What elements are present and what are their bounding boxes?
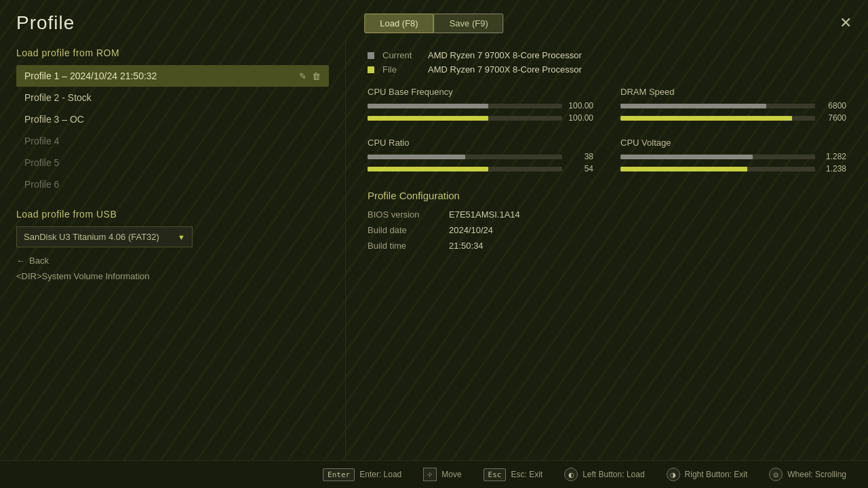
save-button[interactable]: Save (F9) — [434, 14, 504, 33]
config-time-row: Build time 21:50:34 — [368, 241, 846, 251]
header-buttons: Load (F8) Save (F9) — [364, 14, 503, 33]
left-btn-label: Left Button: Load — [583, 470, 644, 479]
profile-1-edit-icon[interactable]: ✎ — [299, 71, 307, 81]
right-btn-label: Right Button: Exit — [685, 470, 748, 479]
cpu-base-freq-yellow-track — [368, 116, 562, 121]
cpu-ratio-label: CPU Ratio — [368, 138, 593, 148]
dram-speed-grey-row: 6800 — [620, 101, 846, 110]
profile-2-edit-icon[interactable]: ✎ — [299, 93, 307, 103]
dram-speed-label: DRAM Speed — [620, 87, 846, 97]
cpu-ratio-grey-track — [368, 155, 562, 159]
cpu-ratio-yellow-val: 54 — [568, 164, 593, 174]
header: Profile Load (F8) Save (F9) ✕ — [0, 0, 868, 41]
profile-3-edit-icon[interactable]: ✎ — [299, 115, 307, 125]
config-bios-row: BIOS version E7E51AMSI.1A14 — [368, 209, 846, 220]
left-mouse-icon: ◐ — [564, 468, 578, 481]
profile-item-5: Profile 5 — [16, 152, 329, 174]
cpu-ratio-grey-fill — [368, 155, 465, 159]
dram-speed-grey-track — [620, 104, 815, 108]
cpu-voltage-label: CPU Voltage — [620, 138, 846, 148]
cpu-base-freq-grey-val: 100.00 — [568, 101, 593, 110]
file-proc-row: File AMD Ryzen 7 9700X 8-Core Processor — [368, 64, 846, 75]
bios-version-label: BIOS version — [368, 209, 435, 220]
dram-speed-grey-fill — [620, 104, 766, 108]
profile-item-2[interactable]: Profile 2 - Stock ✎ 🗑 — [16, 87, 329, 108]
page-title: Profile — [16, 12, 75, 34]
file-dot — [368, 66, 374, 73]
cpu-voltage-grey-row: 1.282 — [620, 152, 846, 161]
dram-speed-grey-val: 6800 — [821, 101, 846, 110]
cpu-voltage-yellow-row: 1.238 — [620, 164, 846, 174]
profile-1-actions: ✎ 🗑 — [299, 71, 321, 81]
config-date-row: Build date 2024/10/24 — [368, 225, 846, 235]
profile-item-6: Profile 6 — [16, 174, 329, 195]
usb-dropdown[interactable]: SanDisk U3 Titanium 4.06 (FAT32) ▼ — [16, 226, 193, 247]
rom-section-title: Load profile from ROM — [16, 47, 329, 58]
move-label: Move — [441, 470, 461, 479]
profile-3-label: Profile 3 – OC — [24, 114, 299, 125]
dir-item[interactable]: <DIR>System Volume Information — [16, 270, 329, 283]
processor-info: Current AMD Ryzen 7 9700X 8-Core Process… — [368, 50, 846, 75]
dram-speed-yellow-val: 7600 — [821, 113, 846, 123]
usb-section: Load profile from USB SanDisk U3 Titaniu… — [16, 209, 329, 283]
current-dot — [368, 52, 374, 59]
cpu-ratio-yellow-fill — [368, 167, 488, 171]
close-button[interactable]: ✕ — [840, 16, 852, 30]
back-label: Back — [29, 256, 49, 266]
build-date-value: 2024/10/24 — [449, 225, 493, 235]
footer-left-btn: ◐ Left Button: Load — [564, 468, 644, 481]
profile-list: Profile 1 – 2024/10/24 21:50:32 ✎ 🗑 Prof… — [16, 65, 329, 195]
load-button[interactable]: Load (F8) — [364, 14, 433, 33]
left-panel: Load profile from ROM Profile 1 – 2024/1… — [0, 41, 346, 481]
right-panel: Current AMD Ryzen 7 9700X 8-Core Process… — [346, 41, 868, 481]
build-date-label: Build date — [368, 225, 435, 235]
cpu-base-freq-stat: CPU Base Frequency 100.00 100.00 — [368, 87, 593, 125]
profile-1-label: Profile 1 – 2024/10/24 21:50:32 — [24, 70, 299, 81]
cpu-ratio-grey-val: 38 — [568, 152, 593, 161]
profile-2-delete-icon[interactable]: 🗑 — [312, 93, 321, 103]
profile-3-delete-icon[interactable]: 🗑 — [312, 115, 321, 125]
cpu-ratio-stat: CPU Ratio 38 54 — [368, 138, 593, 176]
main-content: Load profile from ROM Profile 1 – 2024/1… — [0, 41, 868, 481]
cpu-base-freq-yellow-row: 100.00 — [368, 113, 593, 123]
cpu-base-freq-grey-fill — [368, 104, 488, 108]
file-cpu-value: AMD Ryzen 7 9700X 8-Core Processor — [428, 64, 582, 75]
cpu-voltage-stat: CPU Voltage 1.282 1.238 — [620, 138, 846, 176]
file-label: File — [382, 64, 420, 75]
footer-right-btn: ◑ Right Button: Exit — [667, 468, 748, 481]
config-title: Profile Configuration — [368, 190, 846, 201]
footer-wheel: ⊙ Wheel: Scrolling — [769, 468, 846, 481]
profile-item-4: Profile 4 — [16, 130, 329, 152]
cpu-ratio-yellow-track — [368, 167, 562, 171]
cpu-base-freq-yellow-val: 100.00 — [568, 113, 593, 123]
cpu-base-freq-grey-row: 100.00 — [368, 101, 593, 110]
footer: Enter Enter: Load ⊹ Move Esc Esc: Exit ◐… — [0, 460, 868, 488]
build-time-value: 21:50:34 — [449, 241, 484, 251]
dram-speed-yellow-fill — [620, 116, 792, 121]
page: Profile Load (F8) Save (F9) ✕ Load profi… — [0, 0, 868, 488]
profile-4-label: Profile 4 — [24, 136, 321, 146]
cpu-voltage-grey-track — [620, 155, 815, 159]
cpu-ratio-yellow-row: 54 — [368, 164, 593, 174]
cpu-base-freq-grey-track — [368, 104, 562, 108]
move-icon: ⊹ — [423, 468, 437, 481]
bios-version-value: E7E51AMSI.1A14 — [449, 209, 520, 220]
current-label: Current — [382, 50, 420, 60]
current-cpu-value: AMD Ryzen 7 9700X 8-Core Processor — [428, 50, 582, 60]
back-row[interactable]: ← Back — [16, 256, 329, 266]
enter-key-icon: Enter — [323, 468, 355, 481]
wheel-icon: ⊙ — [769, 468, 783, 481]
cpu-voltage-yellow-track — [620, 167, 815, 171]
profile-1-delete-icon[interactable]: 🗑 — [312, 71, 321, 81]
profile-item-3[interactable]: Profile 3 – OC ✎ 🗑 — [16, 108, 329, 130]
cpu-voltage-grey-val: 1.282 — [821, 152, 846, 161]
wheel-label: Wheel: Scrolling — [787, 470, 846, 479]
cpu-voltage-yellow-val: 1.238 — [821, 164, 846, 174]
dram-speed-yellow-row: 7600 — [620, 113, 846, 123]
profile-6-label: Profile 6 — [24, 179, 321, 190]
cpu-voltage-yellow-fill — [620, 167, 747, 171]
config-table: BIOS version E7E51AMSI.1A14 Build date 2… — [368, 209, 846, 251]
cpu-base-freq-label: CPU Base Frequency — [368, 87, 593, 97]
dropdown-arrow-icon: ▼ — [178, 233, 185, 241]
profile-item-1[interactable]: Profile 1 – 2024/10/24 21:50:32 ✎ 🗑 — [16, 65, 329, 87]
